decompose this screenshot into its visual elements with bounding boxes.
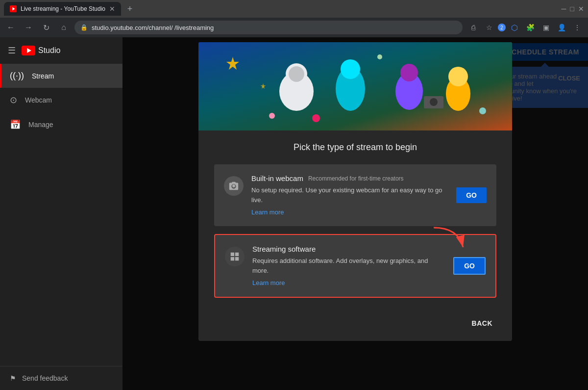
stream-type-modal: Pick the type of stream to begin Built-i… <box>198 42 512 341</box>
software-title-text: Streaming software <box>252 245 316 253</box>
sidebar-footer: ⚑ Send feedback <box>0 366 122 390</box>
close-btn[interactable]: ✕ <box>578 5 584 13</box>
forward-btn[interactable]: → <box>22 21 35 34</box>
back-btn[interactable]: BACK <box>468 315 496 331</box>
minimize-btn[interactable]: ─ <box>562 5 566 13</box>
svg-point-19 <box>269 113 275 119</box>
webcam-option-content: Built-in webcam Recommended for first-ti… <box>251 174 448 216</box>
modal-overlay: Pick the type of stream to begin Built-i… <box>122 37 588 390</box>
tab-title: Live streaming - YouTube Studio <box>21 5 105 12</box>
modal-hero <box>198 42 512 130</box>
modal-body: Pick the type of stream to begin Built-i… <box>198 130 512 315</box>
software-option-title: Streaming software <box>252 245 445 253</box>
menu-icon[interactable]: ⋮ <box>570 21 584 34</box>
sidebar-item-manage-label: Manage <box>28 121 53 129</box>
svg-point-12 <box>341 59 360 79</box>
extensions-icon[interactable]: ⬡ <box>508 21 521 34</box>
webcam-icon: ⊙ <box>10 95 17 105</box>
feedback-icon: ⚑ <box>10 374 16 382</box>
webcam-title-text: Built-in webcam <box>251 174 303 182</box>
webcam-option-title: Built-in webcam Recommended for first-ti… <box>251 174 448 182</box>
webcam-badge: Recommended for first-time creators <box>308 175 404 182</box>
svg-point-18 <box>430 98 438 106</box>
refresh-btn[interactable]: ↻ <box>39 21 53 34</box>
software-go-btn[interactable]: GO <box>453 257 486 275</box>
new-tab-btn[interactable]: + <box>123 2 137 16</box>
camera-icon <box>228 181 239 191</box>
browser-tab[interactable]: Live streaming - YouTube Studio ✕ <box>4 2 121 16</box>
tab-favicon <box>10 5 17 12</box>
software-icon <box>229 251 240 262</box>
main-content: 📅 SCHEDULE STREAM CLOSE ule your stream … <box>122 37 588 390</box>
home-btn[interactable]: ⌂ <box>57 21 71 34</box>
software-option-icon <box>225 247 245 266</box>
back-btn[interactable]: ← <box>4 21 18 34</box>
browser-nav-icons: ⎙ ☆ 2 ⬡ 🧩 ▣ 👤 ⋮ <box>466 21 584 34</box>
browser-navbar: ← → ↻ ⌂ 🔒 studio.youtube.com/channel/ /l… <box>0 18 588 37</box>
svg-point-21 <box>479 107 486 114</box>
lock-icon: 🔒 <box>80 24 88 31</box>
send-feedback-label: Send feedback <box>22 374 68 382</box>
address-text: studio.youtube.com/channel/ /livestreami… <box>92 24 457 31</box>
webcam-go-btn[interactable]: GO <box>456 187 487 203</box>
stream-icon: ((·)) <box>10 71 24 81</box>
svg-point-16 <box>448 67 468 86</box>
app: ☰ Studio ((·)) Stream ⊙ Webcam 📅 Manage <box>0 37 588 390</box>
tab-close-btn[interactable]: ✕ <box>109 5 115 13</box>
svg-point-22 <box>312 114 320 122</box>
address-bar[interactable]: 🔒 studio.youtube.com/channel/ /livestrea… <box>74 21 463 34</box>
webcam-option-icon <box>224 176 244 196</box>
sidebar-item-manage[interactable]: 📅 Manage <box>0 112 122 137</box>
software-option-content: Streaming software Requires additional s… <box>252 245 445 287</box>
hamburger-menu[interactable]: ☰ <box>8 45 16 56</box>
modal-title: Pick the type of stream to begin <box>214 142 496 153</box>
extension-badge[interactable]: 2 <box>498 24 506 31</box>
webcam-option-desc: No setup required. Use your existing web… <box>251 185 448 205</box>
youtube-icon <box>22 46 35 55</box>
puzzle-icon[interactable]: 🧩 <box>523 21 537 34</box>
software-option-desc: Requires additional software. Add overla… <box>252 256 445 275</box>
bookmark-icon[interactable]: ☆ <box>482 21 496 34</box>
svg-point-10 <box>289 66 304 82</box>
sidebar-item-stream-label: Stream <box>32 72 54 80</box>
profile-icon[interactable]: 👤 <box>555 21 568 34</box>
webcam-learn-more-link[interactable]: Learn more <box>251 208 284 216</box>
sidebar-item-webcam-label: Webcam <box>25 96 52 104</box>
maximize-btn[interactable]: □ <box>570 5 574 13</box>
webcam-option: Built-in webcam Recommended for first-ti… <box>214 164 496 226</box>
svg-point-20 <box>377 54 382 59</box>
share-icon[interactable]: ⎙ <box>466 21 480 34</box>
sidebar: ☰ Studio ((·)) Stream ⊙ Webcam 📅 Manage <box>0 37 122 390</box>
browser-chrome: Live streaming - YouTube Studio ✕ + ─ □ … <box>0 0 588 37</box>
hero-illustration <box>198 42 512 130</box>
studio-label: Studio <box>38 46 60 55</box>
software-learn-more-link[interactable]: Learn more <box>252 279 285 286</box>
software-option: Streaming software Requires additional s… <box>214 234 496 298</box>
sidebar-nav: ((·)) Stream ⊙ Webcam 📅 Manage <box>0 64 122 366</box>
svg-point-14 <box>400 64 418 81</box>
sidebar-item-webcam[interactable]: ⊙ Webcam <box>0 88 122 112</box>
manage-icon: 📅 <box>10 119 21 130</box>
modal-footer: BACK <box>198 315 512 341</box>
browser-titlebar: Live streaming - YouTube Studio ✕ + ─ □ … <box>0 0 588 18</box>
send-feedback-btn[interactable]: ⚑ Send feedback <box>10 374 113 382</box>
sidebar-toggle-icon[interactable]: ▣ <box>539 21 553 34</box>
sidebar-header: ☰ Studio <box>0 37 122 64</box>
sidebar-item-stream[interactable]: ((·)) Stream <box>0 64 122 88</box>
youtube-studio-logo: Studio <box>22 46 60 55</box>
